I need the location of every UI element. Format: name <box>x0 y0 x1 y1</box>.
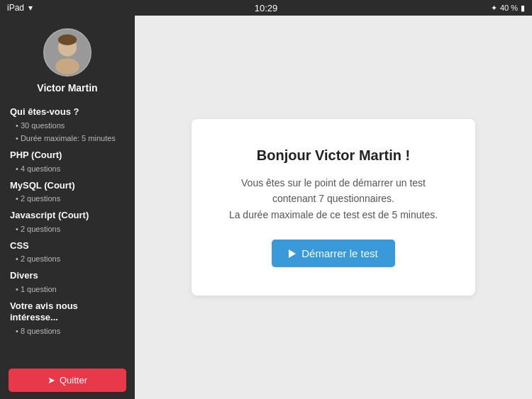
welcome-card: Bonjour Victor Martin ! Vous êtes sur le… <box>192 119 475 296</box>
nav-section: Divers1 question <box>10 270 125 296</box>
sidebar-nav: Qui êtes-vous ?30 questionsDurée maximal… <box>0 102 135 361</box>
nav-section-detail: 2 questions <box>10 193 125 206</box>
sidebar-username: Victor Martin <box>37 82 97 94</box>
nav-section: PHP (Court)4 questions <box>10 150 125 175</box>
nav-section-detail: 4 questions <box>10 163 125 176</box>
bluetooth-icon: ✦ <box>491 4 497 13</box>
nav-section-title: Javascript (Court) <box>10 210 125 222</box>
nav-section: Qui êtes-vous ?30 questionsDurée maximal… <box>10 106 125 145</box>
start-button[interactable]: Démarrer le test <box>272 240 395 267</box>
quit-button[interactable]: ➤ Quitter <box>9 369 126 392</box>
status-time: 10:29 <box>255 3 278 13</box>
nav-section-title: Votre avis nous intéresse... <box>10 300 125 325</box>
nav-section-detail: 2 questions <box>10 253 125 266</box>
sidebar-footer: ➤ Quitter <box>0 361 135 399</box>
nav-section: Javascript (Court)2 questions <box>10 210 125 235</box>
battery-level: 40 % <box>500 4 518 12</box>
nav-section-title: Qui êtes-vous ? <box>10 106 125 118</box>
quit-icon: ➤ <box>48 375 55 386</box>
status-left: iPad ▾ <box>7 3 33 13</box>
nav-section: MySQL (Court)2 questions <box>10 180 125 206</box>
avatar-image <box>45 28 90 77</box>
quit-label: Quitter <box>60 375 87 386</box>
nav-section: Votre avis nous intéresse...8 questions <box>10 300 125 338</box>
battery-icon: ▮ <box>521 4 525 13</box>
avatar <box>43 28 92 77</box>
content-area: Bonjour Victor Martin ! Vous êtes sur le… <box>135 16 532 399</box>
nav-section-title: CSS <box>10 240 125 252</box>
nav-section-detail: 2 questions <box>10 223 125 236</box>
nav-section-title: MySQL (Court) <box>10 180 125 192</box>
nav-section-title: PHP (Court) <box>10 150 125 162</box>
status-bar: iPad ▾ 10:29 ✦ 40 % ▮ <box>0 0 532 16</box>
welcome-title: Bonjour Victor Martin ! <box>227 147 440 164</box>
start-label: Démarrer le test <box>301 247 378 259</box>
play-icon <box>289 249 296 258</box>
nav-section-title: Divers <box>10 270 125 282</box>
status-right: ✦ 40 % ▮ <box>491 4 525 13</box>
sidebar: Victor Martin Qui êtes-vous ?30 question… <box>0 16 135 399</box>
main-layout: Victor Martin Qui êtes-vous ?30 question… <box>0 16 532 399</box>
svg-point-2 <box>55 58 79 74</box>
sidebar-profile: Victor Martin <box>0 16 135 102</box>
nav-section-detail: 8 questions <box>10 325 125 338</box>
wifi-icon: ▾ <box>28 3 33 13</box>
ipad-label: iPad <box>7 3 24 13</box>
nav-section-detail: 30 questions <box>10 120 125 133</box>
svg-point-3 <box>58 35 77 45</box>
nav-section-detail: Durée maximale: 5 minutes <box>10 133 125 145</box>
nav-section-detail: 1 question <box>10 283 125 296</box>
nav-section: CSS2 questions <box>10 240 125 266</box>
welcome-text: Vous êtes sur le point de démarrer un te… <box>227 175 440 223</box>
